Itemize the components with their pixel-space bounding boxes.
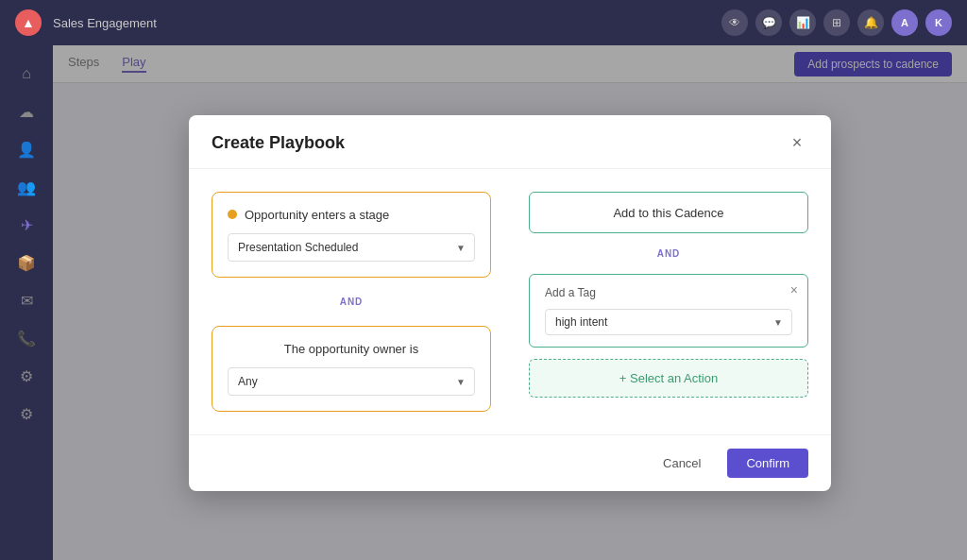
select-action-label: + Select an Action bbox=[619, 371, 718, 385]
owner-select-wrapper: Any Me My Team ▼ bbox=[228, 367, 475, 396]
nav-icon-grid[interactable]: ⊞ bbox=[823, 9, 850, 36]
nav-icon-chart[interactable]: 📊 bbox=[789, 9, 816, 36]
modal-overlay: Create Playbook × Opportunity enters a s… bbox=[53, 45, 967, 560]
sidebar-item-user[interactable]: 👤 bbox=[9, 132, 43, 166]
nav-icon-eye[interactable]: 👁 bbox=[721, 9, 748, 36]
cancel-button[interactable]: Cancel bbox=[648, 449, 716, 478]
right-column: Add to this Cadence AND × Add a Tag bbox=[529, 192, 808, 412]
tag-select-wrapper: high intent medium intent low intent ▼ bbox=[545, 309, 792, 335]
condition-card-owner: The opportunity owner is Any Me My Team … bbox=[212, 326, 491, 412]
app-shell: ▲ Sales Engagement 👁 💬 📊 ⊞ 🔔 A K ⌂ ☁ 👤 👥… bbox=[0, 0, 967, 560]
add-to-cadence-label: Add to this Cadence bbox=[613, 206, 723, 220]
sidebar-item-box[interactable]: 📦 bbox=[9, 246, 43, 280]
and-divider-right: AND bbox=[529, 245, 808, 263]
main-layout: ⌂ ☁ 👤 👥 ✈ 📦 ✉ 📞 ⚙ ⚙ Steps Play Add prosp… bbox=[0, 45, 967, 560]
avatar-k[interactable]: K bbox=[925, 9, 952, 36]
confirm-button[interactable]: Confirm bbox=[727, 449, 808, 478]
sidebar-item-mail[interactable]: ✉ bbox=[9, 283, 43, 317]
condition-header-stage: Opportunity enters a stage bbox=[228, 208, 475, 222]
condition-label-owner: The opportunity owner is bbox=[228, 342, 475, 356]
sidebar: ⌂ ☁ 👤 👥 ✈ 📦 ✉ 📞 ⚙ ⚙ bbox=[0, 45, 53, 560]
tag-card: × Add a Tag high intent medium intent lo… bbox=[529, 274, 808, 348]
add-to-cadence-card[interactable]: Add to this Cadence bbox=[529, 192, 808, 233]
tag-card-title: Add a Tag bbox=[545, 286, 792, 299]
condition-card-stage: Opportunity enters a stage Presentation … bbox=[212, 192, 491, 278]
stage-select[interactable]: Presentation Scheduled Prospecting Quali… bbox=[228, 233, 475, 262]
sidebar-item-reports[interactable]: 👥 bbox=[9, 170, 43, 204]
left-column: Opportunity enters a stage Presentation … bbox=[212, 192, 491, 412]
condition-label-stage: Opportunity enters a stage bbox=[245, 208, 389, 222]
owner-select[interactable]: Any Me My Team bbox=[228, 367, 475, 396]
stage-select-wrapper: Presentation Scheduled Prospecting Quali… bbox=[228, 233, 475, 262]
nav-icons: 👁 💬 📊 ⊞ 🔔 A K bbox=[721, 9, 952, 36]
sidebar-item-phone[interactable]: 📞 bbox=[9, 321, 43, 355]
modal-close-button[interactable]: × bbox=[786, 132, 808, 155]
create-playbook-modal: Create Playbook × Opportunity enters a s… bbox=[189, 115, 831, 491]
sidebar-item-settings[interactable]: ⚙ bbox=[9, 397, 43, 431]
nav-icon-bell[interactable]: 🔔 bbox=[857, 9, 884, 36]
tag-select[interactable]: high intent medium intent low intent bbox=[545, 309, 792, 335]
sidebar-item-home[interactable]: ⌂ bbox=[9, 57, 43, 91]
select-action-button[interactable]: + Select an Action bbox=[529, 359, 808, 398]
modal-header: Create Playbook × bbox=[189, 115, 831, 169]
sidebar-item-send[interactable]: ✈ bbox=[9, 208, 43, 242]
and-divider-left: AND bbox=[212, 293, 491, 311]
sidebar-item-integrations[interactable]: ⚙ bbox=[9, 359, 43, 393]
avatar-a[interactable]: A bbox=[891, 9, 918, 36]
modal-body: Opportunity enters a stage Presentation … bbox=[189, 169, 831, 434]
top-nav: ▲ Sales Engagement 👁 💬 📊 ⊞ 🔔 A K bbox=[0, 0, 967, 45]
modal-footer: Cancel Confirm bbox=[189, 434, 831, 491]
modal-title: Create Playbook bbox=[212, 133, 345, 153]
tag-card-close-button[interactable]: × bbox=[790, 282, 798, 297]
app-title: Sales Engagement bbox=[53, 16, 710, 30]
content-area: Steps Play Add prospects to cadence Crea… bbox=[53, 45, 967, 560]
sidebar-item-cloud[interactable]: ☁ bbox=[9, 94, 43, 128]
nav-icon-chat[interactable]: 💬 bbox=[755, 9, 782, 36]
condition-dot-stage bbox=[228, 210, 237, 219]
app-logo: ▲ bbox=[15, 9, 42, 36]
